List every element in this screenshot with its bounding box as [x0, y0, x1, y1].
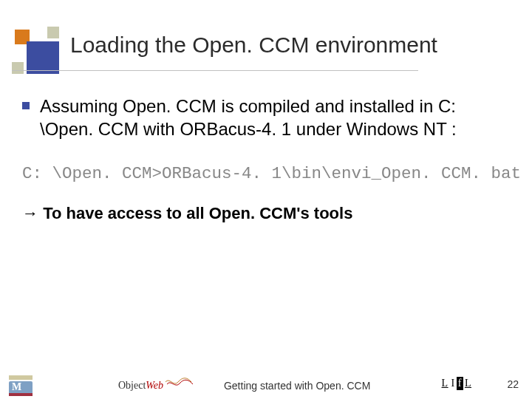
arrow-line: → To have access to all Open. CCM's tool…: [22, 204, 502, 223]
lifl-f: f: [457, 377, 463, 390]
lifl-l2: L: [463, 377, 473, 390]
decor-square-blue: [27, 41, 59, 74]
objectweb-logo: ObjectWeb: [118, 375, 194, 392]
slide-title: Loading the Open. CCM environment: [70, 33, 437, 58]
objectweb-scribble-icon: [165, 375, 194, 389]
lifl-i: I: [450, 377, 457, 390]
bullet-square-icon: [22, 102, 30, 109]
objectweb-web: Web: [146, 380, 163, 392]
bullet-item: Assuming Open. CCM is compiled and insta…: [22, 95, 502, 140]
slide-body: Assuming Open. CCM is compiled and insta…: [22, 95, 502, 223]
lifl-logo: L I f L: [440, 377, 473, 390]
page-number: 22: [507, 378, 519, 390]
command-line: C: \Open. CCM>ORBacus-4. 1\bin\envi_Open…: [22, 164, 502, 183]
footer-logo-left: M: [9, 375, 33, 396]
m-logo-icon: M: [9, 375, 33, 396]
decor-square-olive-sw: [12, 62, 24, 74]
footer-center: ObjectWeb Getting started with Open. CCM: [118, 375, 370, 392]
lifl-l1: L: [440, 377, 450, 390]
title-underline: [12, 70, 418, 71]
decor-square-olive-ne: [47, 27, 59, 38]
bullet-text: Assuming Open. CCM is compiled and insta…: [40, 95, 502, 140]
slide: Loading the Open. CCM environment Assumi…: [0, 0, 532, 399]
arrow-icon: →: [22, 204, 38, 222]
footer-title: Getting started with Open. CCM: [224, 380, 370, 392]
arrow-text: To have access to all Open. CCM's tools: [43, 204, 352, 222]
footer: M ObjectWeb Getting started with Open. C…: [0, 364, 532, 399]
objectweb-object: Object: [118, 380, 146, 392]
